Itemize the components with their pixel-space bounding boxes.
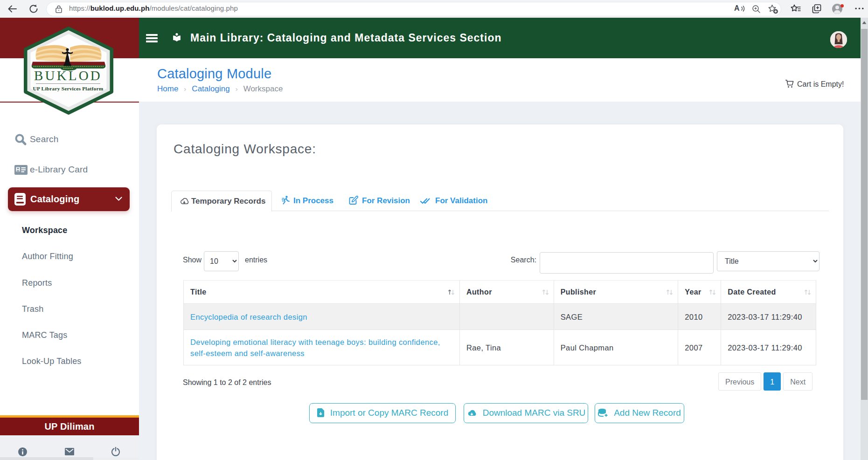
svg-text:UP Library Services Platform: UP Library Services Platform (33, 86, 104, 91)
svg-text:BUKLOD: BUKLOD (34, 68, 102, 83)
